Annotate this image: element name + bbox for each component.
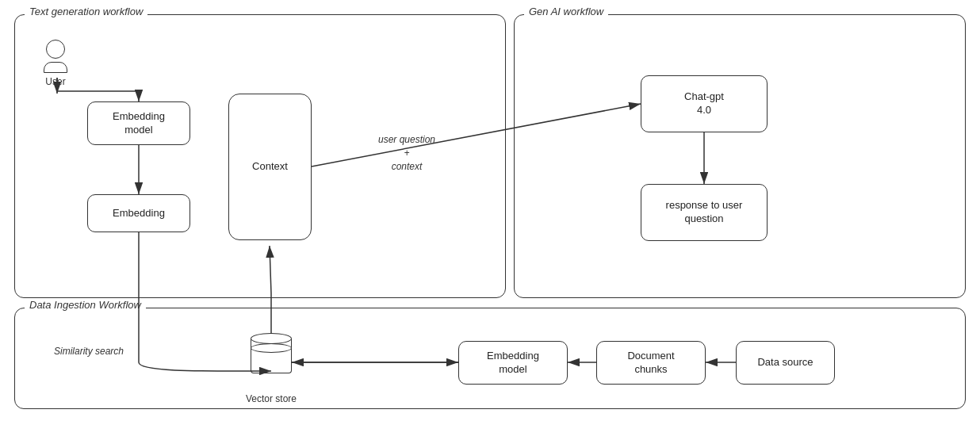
data-source-node: Data source — [736, 341, 835, 385]
embedding-node: Embedding — [87, 194, 190, 232]
user-head — [46, 40, 65, 59]
gen-ai-workflow-label: Gen AI workflow — [524, 6, 608, 17]
db-top — [251, 333, 292, 344]
user-label: User — [45, 76, 65, 87]
doc-chunks-node: Documentchunks — [596, 341, 706, 385]
user-question-label: user question+context — [371, 133, 442, 173]
vector-store-label: Vector store — [239, 393, 303, 404]
response-label: response to userquestion — [666, 199, 743, 226]
text-gen-workflow-label: Text generation workflow — [25, 6, 147, 17]
vector-store-icon — [251, 333, 292, 373]
user-body — [44, 62, 67, 73]
response-node: response to userquestion — [641, 184, 768, 241]
embedding-model-di-label: Embeddingmodel — [487, 350, 539, 377]
db-mid-line — [251, 343, 292, 353]
gen-ai-workflow-box: Gen AI workflow — [514, 14, 966, 298]
user-icon: User — [44, 40, 67, 87]
data-source-label: Data source — [757, 356, 813, 369]
chatgpt-node: Chat-gpt4.0 — [641, 75, 768, 132]
context-label: Context — [252, 160, 288, 174]
data-ingestion-workflow-label: Data Ingestion Workflow — [25, 299, 146, 311]
embedding-model-label: Embeddingmodel — [113, 110, 165, 137]
embedding-label: Embedding — [113, 207, 165, 220]
doc-chunks-label: Documentchunks — [627, 350, 674, 377]
diagram-container: Text generation workflow Gen AI workflow… — [0, 0, 980, 421]
embedding-model-node: Embeddingmodel — [87, 101, 190, 145]
context-node: Context — [228, 94, 312, 240]
chatgpt-label: Chat-gpt4.0 — [684, 90, 724, 117]
embedding-model-di-node: Embeddingmodel — [458, 341, 568, 385]
similarity-search-label: Similarity search — [54, 346, 157, 357]
